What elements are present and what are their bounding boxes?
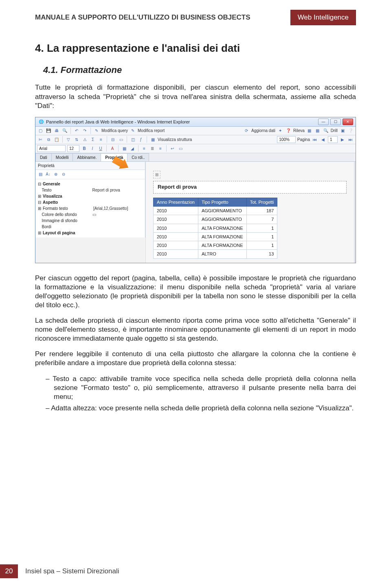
edit-query-icon[interactable]: ✎ xyxy=(93,128,100,134)
drill-icon[interactable]: 🔍 xyxy=(323,128,329,134)
save-icon[interactable]: 💾 xyxy=(45,128,52,134)
cell[interactable]: AGGIORNAMENTO xyxy=(198,215,246,224)
sort-icon[interactable]: ⇅ xyxy=(73,136,80,143)
prop-sort-icon[interactable]: ▤ xyxy=(37,171,44,178)
tree-generale[interactable]: Generale xyxy=(43,181,92,187)
page-next-icon[interactable]: ▶ xyxy=(339,136,346,143)
edit-report-label[interactable]: Modifica report xyxy=(138,128,165,133)
align-right-icon[interactable]: ≡ xyxy=(157,145,164,152)
report-canvas[interactable]: ⊞ Report di prova Anno Presentazion Tipo… xyxy=(145,162,356,263)
bold-icon[interactable]: B xyxy=(81,145,88,152)
edit-query-label[interactable]: Modifica query xyxy=(101,128,128,133)
structure-label[interactable]: Visualizza struttura xyxy=(158,137,192,142)
copy-icon[interactable]: ⧉ xyxy=(45,136,52,143)
cell[interactable]: 7 xyxy=(246,215,277,224)
page-prev-icon[interactable]: ◀ xyxy=(320,136,326,143)
font-color-icon[interactable]: A xyxy=(109,145,116,152)
calc-icon[interactable]: Σ xyxy=(90,136,96,143)
filter-icon[interactable]: ▽ xyxy=(65,136,72,143)
merge-icon[interactable]: ◫ xyxy=(130,136,136,143)
table-row[interactable]: 2010ALTA FORMAZIONE1 xyxy=(154,241,277,250)
tree-immagine-sfondo[interactable]: Immagine di sfondo xyxy=(42,218,91,223)
zoom-select[interactable]: 100% xyxy=(277,136,296,143)
underline-icon[interactable]: U xyxy=(97,145,104,152)
col-tot[interactable]: Tot. Progetti xyxy=(246,198,277,206)
paste-icon[interactable]: 📋 xyxy=(53,136,60,143)
break-icon[interactable]: ⊟ xyxy=(110,136,116,143)
tree-testo-value[interactable]: Report di prova xyxy=(92,187,120,193)
font-size-select[interactable]: 12 xyxy=(67,145,79,152)
cell[interactable]: 2010 xyxy=(154,250,198,258)
print-icon[interactable]: 🖶 xyxy=(53,128,60,134)
page-number-input[interactable]: 1 xyxy=(328,136,338,143)
border-icon[interactable]: ▦ xyxy=(121,145,127,152)
col-tipo[interactable]: Tipo Progetto xyxy=(198,198,246,206)
cell[interactable]: ALTA FORMAZIONE xyxy=(198,232,246,241)
close-button[interactable]: ✕ xyxy=(343,119,353,125)
align-center-icon[interactable]: ≣ xyxy=(149,145,156,152)
cell[interactable]: AGGIORNAMENTO xyxy=(198,206,246,215)
tab-modelli[interactable]: Modelli xyxy=(51,153,73,161)
table-row[interactable]: 2010AGGIORNAMENTO7 xyxy=(154,215,277,224)
refresh-icon[interactable]: ⟳ xyxy=(243,128,250,134)
cell[interactable]: 1 xyxy=(246,224,277,232)
tree-colore-sfondo[interactable]: Colore dello sfondo xyxy=(42,212,91,217)
detect-icon[interactable]: ❓ xyxy=(285,128,292,134)
cell[interactable]: ALTA FORMAZIONE xyxy=(198,224,246,232)
report-title-cell[interactable]: Report di prova xyxy=(153,181,347,194)
cell[interactable]: 2010 xyxy=(154,206,198,215)
table-row[interactable]: 2010ALTRO13 xyxy=(154,250,277,258)
table-row[interactable]: 2010AGGIORNAMENTO187 xyxy=(154,206,277,215)
tab-controlli[interactable]: Co rdi.. xyxy=(127,153,149,161)
cell[interactable]: 13 xyxy=(246,250,277,258)
tree-colore-sfondo-value[interactable]: ▭ xyxy=(92,212,96,217)
cell[interactable]: 187 xyxy=(246,206,277,215)
prop-expand-icon[interactable]: ⊕ xyxy=(53,171,59,178)
col-anno[interactable]: Anno Presentazion xyxy=(154,198,198,206)
table-row[interactable]: 2010ALTA FORMAZIONE1 xyxy=(154,232,277,241)
alert-icon[interactable]: ⚠ xyxy=(81,136,88,143)
wrap-icon[interactable]: ↩ xyxy=(169,145,176,152)
tree-bordi[interactable]: Bordi xyxy=(42,224,91,229)
cell[interactable]: 1 xyxy=(246,241,277,250)
tree-testo-label[interactable]: Testo xyxy=(42,187,91,193)
report-table[interactable]: Anno Presentazion Tipo Progetto Tot. Pro… xyxy=(153,198,277,259)
track-icon[interactable]: ✦ xyxy=(277,128,283,134)
section-handle-icon[interactable]: ⊞ xyxy=(153,171,160,178)
var-icon[interactable]: ƒ xyxy=(138,136,144,143)
cut-icon[interactable]: ✄ xyxy=(37,136,44,143)
redo-icon[interactable]: ↷ xyxy=(81,128,88,134)
cell[interactable]: 2010 xyxy=(154,241,198,250)
tab-dati[interactable]: Dati xyxy=(35,153,52,161)
edit-report-icon[interactable]: ✎ xyxy=(130,128,136,134)
refresh-label[interactable]: Aggiorna dati xyxy=(251,128,275,133)
merge-cells-icon[interactable]: ▭ xyxy=(177,145,184,152)
italic-icon[interactable]: I xyxy=(89,145,96,152)
drill-label[interactable]: Drill xyxy=(331,128,338,133)
tree-layout[interactable]: Layout di pagina xyxy=(43,230,92,236)
export-icon[interactable]: ▣ xyxy=(339,128,346,134)
align-left-icon[interactable]: ≡ xyxy=(141,145,147,152)
misc-icon-1[interactable]: ▦ xyxy=(306,128,313,134)
tree-visualizza[interactable]: Visualizza xyxy=(43,194,92,199)
section-icon[interactable]: ▭ xyxy=(118,136,124,143)
cell[interactable]: 2010 xyxy=(154,215,198,224)
new-icon[interactable]: ▢ xyxy=(37,128,44,134)
find-icon[interactable]: 🔍 xyxy=(62,128,68,134)
page-last-icon[interactable]: ⏭ xyxy=(347,136,354,143)
cell[interactable]: ALTA FORMAZIONE xyxy=(198,241,246,250)
cell[interactable]: 1 xyxy=(246,232,277,241)
bg-color-icon[interactable]: ◢ xyxy=(129,145,136,152)
page-first-icon[interactable]: ⏮ xyxy=(312,136,318,143)
minimize-button[interactable]: ― xyxy=(318,119,329,125)
table-row[interactable]: 2010ALTA FORMAZIONE1 xyxy=(154,224,277,232)
prop-cat-icon[interactable]: A↓ xyxy=(45,171,51,178)
cell[interactable]: 2010 xyxy=(154,224,198,232)
tree-formato-testo-label[interactable]: Formato testo xyxy=(43,206,92,211)
maximize-button[interactable]: ☐ xyxy=(330,119,341,125)
misc-icon-2[interactable]: ▦ xyxy=(314,128,321,134)
font-name-select[interactable]: Arial xyxy=(37,145,66,152)
cell[interactable]: ALTRO xyxy=(198,250,246,258)
rank-icon[interactable]: ≡ xyxy=(98,136,104,143)
tree-formato-testo-value[interactable]: [Arial,12,Grassetto] xyxy=(93,206,128,211)
